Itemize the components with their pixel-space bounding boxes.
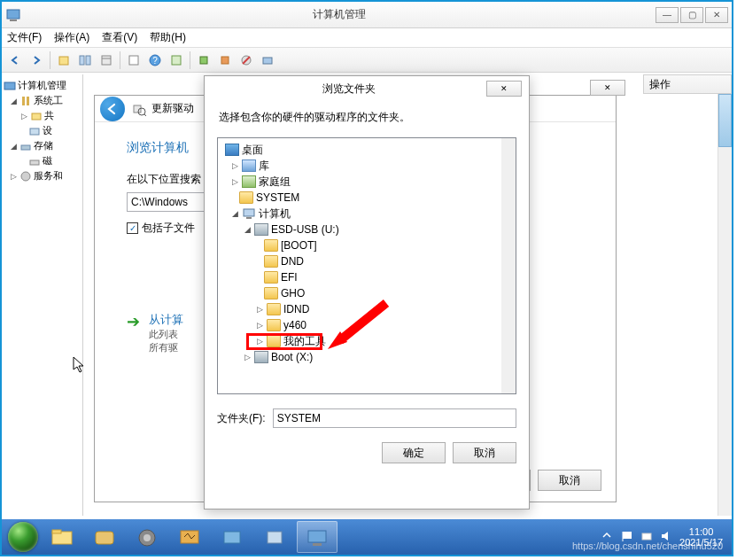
toolbar-icon-8[interactable]	[237, 51, 256, 70]
toolbar-icon-1[interactable]	[54, 51, 74, 70]
tree-system-folder[interactable]: SYSTEM	[220, 190, 514, 206]
tree-system-tools[interactable]: 系统工	[34, 94, 63, 107]
tree-my-tools[interactable]: ▷我的工具	[220, 333, 514, 349]
maximize-button[interactable]: ▢	[680, 7, 703, 23]
tree-shared[interactable]: 共	[44, 109, 54, 122]
tree-root[interactable]: 计算机管理	[18, 79, 66, 92]
svg-rect-40	[313, 543, 322, 546]
actions-pane-header: 操作	[643, 74, 732, 94]
option-pick-from-list[interactable]: 从计算	[149, 312, 183, 328]
folder-icon	[264, 271, 278, 284]
system-tray[interactable]: 11:00 2021/5/17	[601, 526, 728, 548]
taskbar: 11:00 2021/5/17	[2, 519, 732, 555]
folder-icon	[264, 255, 278, 268]
include-subfolders-checkbox[interactable]: ✓	[127, 222, 138, 234]
menubar: 文件(F) 操作(A) 查看(V) 帮助(H)	[2, 28, 732, 48]
scrollbar-thumb[interactable]	[718, 94, 732, 147]
tree-services[interactable]: 服务和	[34, 169, 63, 183]
minimize-button[interactable]: —	[656, 7, 679, 23]
menu-action[interactable]: 操作(A)	[54, 30, 89, 45]
desktop-icon	[225, 144, 239, 156]
scrollbar[interactable]	[718, 94, 732, 516]
nav-tree[interactable]: 计算机管理 ◢系统工 ▷共 设 ◢存储 磁 ▷服务和	[2, 74, 83, 516]
svg-rect-7	[129, 56, 138, 65]
svg-rect-2	[59, 57, 68, 65]
expander-icon[interactable]: ◢	[9, 97, 18, 105]
taskbar-item-3[interactable]	[127, 521, 167, 553]
tree-scrollbar[interactable]	[501, 138, 516, 393]
tray-volume-icon[interactable]	[660, 530, 674, 544]
start-button[interactable]	[5, 519, 41, 555]
tree-boot[interactable]: [BOOT]	[220, 237, 514, 253]
tray-flag-icon[interactable]	[621, 530, 635, 544]
toolbar-icon-5[interactable]	[167, 51, 186, 70]
tree-bootx[interactable]: ▷Boot (X:)	[220, 349, 514, 365]
back-button[interactable]	[100, 97, 125, 121]
toolbar-icon-7[interactable]	[215, 51, 235, 70]
expander-icon[interactable]: ◢	[9, 142, 18, 151]
menu-view[interactable]: 查看(V)	[102, 30, 137, 45]
tree-y460[interactable]: ▷y460	[220, 317, 514, 333]
toolbar-icon-9[interactable]	[258, 51, 277, 70]
menu-help[interactable]: 帮助(H)	[150, 30, 186, 45]
svg-point-23	[21, 172, 30, 181]
folder-field-input[interactable]	[273, 408, 516, 428]
taskbar-item-4[interactable]	[169, 521, 210, 553]
svg-rect-3	[80, 56, 84, 65]
modal-title: 更新驱动	[151, 101, 194, 116]
svg-rect-16	[4, 82, 15, 89]
svg-rect-5	[102, 56, 111, 65]
tree-desktop[interactable]: 桌面	[220, 142, 514, 158]
outer-close-button[interactable]: ✕	[590, 80, 625, 96]
tree-dnd[interactable]: DND	[220, 253, 514, 269]
taskbar-clock[interactable]: 11:00 2021/5/17	[679, 526, 723, 548]
tree-library[interactable]: ▷库	[220, 158, 514, 174]
ok-button[interactable]: 确定	[382, 442, 446, 463]
close-button[interactable]: ✕	[705, 7, 728, 23]
tree-idnd[interactable]: ▷IDND	[220, 301, 514, 317]
tree-computer[interactable]: ◢计算机	[220, 206, 514, 222]
forward-icon[interactable]	[27, 51, 46, 70]
computer-icon	[242, 207, 256, 220]
toolbar-icon-2[interactable]	[75, 51, 95, 70]
cancel-button[interactable]: 取消	[453, 442, 516, 463]
svg-rect-0	[7, 10, 19, 19]
tree-storage[interactable]: 存储	[34, 139, 53, 152]
expander-icon[interactable]: ▷	[9, 172, 18, 181]
toolbar-icon-3[interactable]	[97, 51, 116, 70]
browse-dialog-title: 浏览文件夹	[212, 82, 486, 97]
toolbar-icon-6[interactable]	[194, 51, 213, 70]
svg-rect-20	[30, 128, 39, 135]
tree-esd-usb[interactable]: ◢ESD-USB (U:)	[220, 222, 514, 237]
browse-folder-dialog: 浏览文件夹 ✕ 选择包含你的硬件的驱动程序的文件夹。 桌面 ▷库 ▷家庭组 SY…	[204, 75, 530, 509]
tray-network-icon[interactable]	[640, 530, 655, 544]
svg-point-35	[144, 534, 151, 541]
taskbar-item-explorer[interactable]	[42, 521, 82, 553]
cancel-button[interactable]: 取消	[538, 470, 601, 491]
folder-icon	[239, 191, 253, 204]
tree-efi[interactable]: EFI	[220, 269, 514, 285]
expander-icon[interactable]: ▷	[19, 112, 28, 121]
svg-rect-39	[308, 531, 326, 542]
tree-devices[interactable]: 设	[43, 124, 52, 137]
browse-close-button[interactable]: ✕	[486, 81, 522, 97]
back-icon[interactable]	[5, 51, 25, 70]
tree-gho[interactable]: GHO	[220, 285, 514, 301]
tree-homegroup[interactable]: ▷家庭组	[220, 174, 514, 190]
menu-file[interactable]: 文件(F)	[7, 30, 42, 45]
help-icon[interactable]: ?	[145, 51, 165, 70]
taskbar-item-2[interactable]	[84, 521, 125, 553]
svg-rect-41	[623, 532, 632, 539]
taskbar-item-computer-management[interactable]	[297, 521, 337, 553]
toolbar-icon-4[interactable]	[124, 51, 144, 70]
folder-tree[interactable]: 桌面 ▷库 ▷家庭组 SYSTEM ◢计算机 ◢ESD-USB (U:) [BO…	[217, 137, 516, 394]
option-arrow-icon: ➔	[127, 312, 140, 355]
taskbar-item-6[interactable]	[254, 521, 295, 553]
folder-icon	[264, 287, 278, 299]
tray-chevron-icon[interactable]	[601, 530, 616, 544]
taskbar-item-5[interactable]	[212, 521, 252, 553]
svg-rect-11	[200, 57, 207, 64]
svg-rect-36	[181, 531, 198, 543]
tree-disk[interactable]: 磁	[43, 154, 52, 167]
svg-rect-12	[221, 57, 229, 64]
